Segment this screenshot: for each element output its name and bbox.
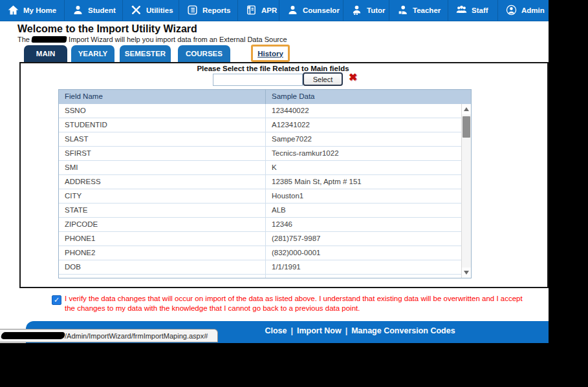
tab-semester[interactable]: SEMESTER [120, 45, 171, 62]
sample-data-cell: 1/1/1991 [266, 260, 461, 274]
triangle-up-icon [464, 107, 469, 111]
verify-text: I verify the data changes that will occu… [65, 294, 527, 313]
redaction-blob [1, 332, 66, 339]
table-row: PHONE1(281)757-9987 [59, 232, 461, 246]
page-subtitle: The Import Wizard will help you import d… [17, 36, 287, 43]
triangle-down-icon [464, 271, 469, 275]
table-row: CITYHouston1 [59, 189, 461, 204]
redaction-blob [31, 36, 67, 43]
sample-data-cell: 123440022 [266, 104, 461, 118]
table-row: DOB1/1/1991 [59, 260, 461, 275]
wizard-panel: Please Select the file Related to Main f… [19, 62, 549, 288]
nav-item-counselor[interactable]: Counselor [279, 0, 343, 21]
field-name-cell: STUDENTID [59, 118, 266, 132]
field-name-cell: STATE [59, 204, 266, 217]
table-row: ADDRESS12385 Main St, Aptm # 151 [59, 175, 461, 189]
verification-row: ✓ I verify the data changes that will oc… [52, 294, 527, 313]
sample-data-cell: (832)000-0001 [266, 246, 461, 260]
scroll-down-button[interactable] [462, 267, 471, 278]
column-header-sample-data: Sample Data [266, 90, 471, 104]
nav-item-utilities[interactable]: Utilities [123, 0, 179, 21]
sample-data-cell: Houston1 [266, 189, 461, 203]
nav-item-label: Utilities [146, 6, 173, 14]
table-row: STUDENTIDA12341022 [59, 118, 461, 132]
apr-icon [246, 5, 257, 17]
nav-item-label: Admin [521, 6, 545, 14]
table-body: SSNO123440022STUDENTIDA12341022SLASTSamp… [59, 104, 461, 278]
subtitle-suffix: Import Wizard will help you import data … [69, 36, 287, 43]
red-x-icon[interactable]: ✖ [349, 71, 357, 83]
nav-item-staff[interactable]: Staff [448, 0, 498, 21]
nav-item-label: APR [261, 6, 277, 14]
table-scrollbar[interactable] [461, 104, 471, 278]
sample-data-cell: Sampe7022 [266, 132, 461, 146]
admin-icon [506, 5, 517, 17]
tab-main[interactable]: MAIN [24, 45, 67, 62]
sample-data-cell: A12341022 [266, 118, 461, 132]
teacher-icon [397, 5, 408, 17]
tab-history[interactable]: History [251, 45, 290, 62]
nav-item-label: Counselor [303, 6, 340, 14]
browser-content: My HomeStudentUtilitiesReportsAPRCounsel… [0, 0, 549, 343]
link-status-tooltip: /Admin/ImportWizard/frmImportMaping.aspx… [0, 329, 218, 342]
tab-label: SEMESTER [125, 50, 166, 58]
column-header-field-name: Field Name [59, 90, 266, 104]
nav-item-my-home[interactable]: My Home [0, 0, 65, 21]
tab-yearly[interactable]: YEARLY [71, 45, 114, 62]
nav-item-label: Teacher [413, 6, 441, 14]
select-file-button[interactable]: Select [303, 72, 343, 86]
nav-item-apr[interactable]: APR [238, 0, 279, 21]
tab-label: COURSES [186, 50, 223, 58]
status-url-path: /Admin/ImportWizard/frmImportMaping.aspx… [65, 332, 208, 340]
table-header-row: Field Name Sample Data [59, 90, 471, 105]
scroll-up-button[interactable] [462, 104, 471, 114]
tutor-icon [351, 5, 362, 17]
counselor-icon [287, 5, 298, 17]
footer-link-manage-conversion-codes[interactable]: Manage Conversion Codes [347, 326, 459, 335]
utilities-icon [131, 5, 142, 17]
field-name-cell: SFIRST [59, 147, 266, 160]
page-title: Welcome to the Import Utility Wizard [17, 23, 197, 35]
sample-data-cell: 9/1/2015 [266, 275, 461, 278]
nav-item-label: Staff [472, 6, 488, 14]
sample-data-cell: (281)757-9987 [266, 232, 461, 246]
home-icon [8, 5, 19, 17]
table-row: STATEALB [59, 204, 461, 218]
nav-item-tutor[interactable]: Tutor [343, 0, 389, 21]
staff-icon [456, 5, 467, 17]
sample-data-cell: Tecnics-ramkur1022 [266, 147, 461, 160]
nav-item-reports[interactable]: Reports [179, 0, 238, 21]
footer-link-import-now[interactable]: Import Now [293, 326, 345, 335]
reports-icon [187, 5, 198, 17]
field-name-cell: PHONE2 [59, 246, 266, 260]
nav-item-teacher[interactable]: Teacher [389, 0, 448, 21]
footer-link-close[interactable]: Close [261, 326, 290, 335]
field-name-cell: SSNO [59, 104, 266, 118]
verify-checkbox[interactable]: ✓ [52, 295, 61, 305]
field-mapping-table: Field Name Sample Data SSNO123440022STUD… [58, 89, 472, 278]
subtitle-prefix: The [17, 36, 30, 43]
table-row: SLASTSampe7022 [59, 132, 461, 147]
file-select-prompt: Please Select the file Related to Main f… [21, 65, 525, 72]
field-name-cell: SLAST [59, 132, 266, 146]
nav-item-label: My Home [23, 6, 56, 14]
field-name-cell: CITY [59, 189, 266, 203]
table-row: ZIPCODE12346 [59, 218, 461, 232]
file-path-input[interactable] [213, 74, 303, 86]
field-name-cell: ADDRESS [59, 175, 266, 189]
tab-courses[interactable]: COURSES [178, 45, 230, 62]
nav-item-student[interactable]: Student [65, 0, 123, 21]
scrollbar-thumb[interactable] [463, 116, 470, 138]
table-row: SMIK [59, 161, 461, 175]
nav-item-label: Student [88, 6, 116, 14]
sample-data-cell: 12346 [266, 218, 461, 231]
nav-item-admin[interactable]: Admin [498, 0, 549, 21]
field-name-cell: ENTRYDATE [59, 275, 266, 278]
nav-item-label: Tutor [367, 6, 386, 14]
sample-data-cell: 12385 Main St, Aptm # 151 [266, 175, 461, 189]
tab-label: MAIN [36, 50, 55, 58]
field-name-cell: PHONE1 [59, 232, 266, 246]
field-name-cell: ZIPCODE [59, 218, 266, 231]
student-icon [72, 5, 83, 17]
tab-label: YEARLY [78, 50, 108, 58]
